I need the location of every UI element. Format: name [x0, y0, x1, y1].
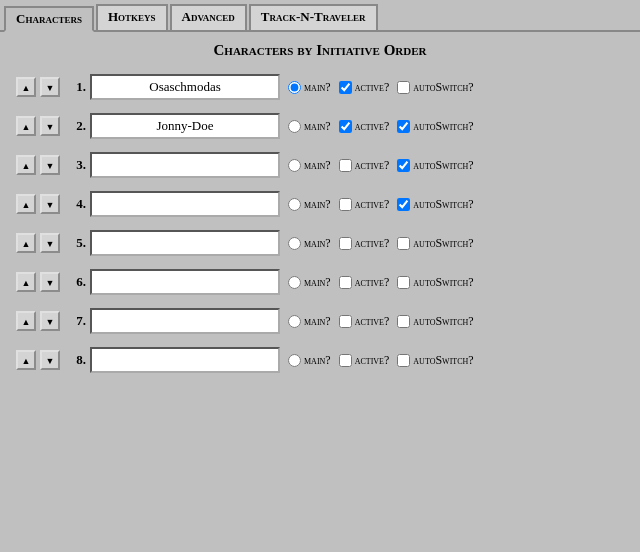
tab-hotkeys[interactable]: Hotkeys	[96, 4, 168, 30]
character-name-input[interactable]	[90, 308, 280, 334]
table-row: 1.main?active?autoSwitch?	[16, 69, 624, 105]
active-check-group: active?	[339, 275, 390, 290]
move-down-button[interactable]	[40, 233, 60, 253]
table-row: 7.main?active?autoSwitch?	[16, 303, 624, 339]
autoswitch-check-group: autoSwitch?	[397, 275, 473, 290]
active-label: active?	[355, 353, 390, 368]
autoswitch-checkbox[interactable]	[397, 81, 410, 94]
move-down-button[interactable]	[40, 155, 60, 175]
main-radio-group: main?	[288, 314, 331, 329]
autoswitch-label: autoSwitch?	[413, 353, 473, 368]
main-radio[interactable]	[288, 315, 301, 328]
table-row: 6.main?active?autoSwitch?	[16, 264, 624, 300]
active-check-group: active?	[339, 158, 390, 173]
main-radio[interactable]	[288, 120, 301, 133]
main-radio-group: main?	[288, 275, 331, 290]
down-arrow-icon	[46, 160, 55, 171]
autoswitch-checkbox[interactable]	[397, 276, 410, 289]
active-checkbox[interactable]	[339, 198, 352, 211]
main-radio[interactable]	[288, 81, 301, 94]
active-checkbox[interactable]	[339, 237, 352, 250]
up-arrow-icon	[22, 277, 31, 288]
autoswitch-checkbox[interactable]	[397, 159, 410, 172]
main-radio[interactable]	[288, 198, 301, 211]
active-label: active?	[355, 158, 390, 173]
move-up-button[interactable]	[16, 116, 36, 136]
row-number: 7.	[64, 313, 86, 329]
move-down-button[interactable]	[40, 194, 60, 214]
tab-characters[interactable]: Characters	[4, 6, 94, 32]
active-checkbox[interactable]	[339, 81, 352, 94]
active-checkbox[interactable]	[339, 315, 352, 328]
move-up-button[interactable]	[16, 194, 36, 214]
autoswitch-checkbox[interactable]	[397, 237, 410, 250]
character-list: 1.main?active?autoSwitch?2.main?active?a…	[16, 69, 624, 378]
row-number: 2.	[64, 118, 86, 134]
tab-bar: CharactersHotkeysAdvancedTrack-n-Travele…	[0, 0, 640, 32]
main-radio[interactable]	[288, 159, 301, 172]
active-checkbox[interactable]	[339, 354, 352, 367]
autoswitch-checkbox[interactable]	[397, 315, 410, 328]
main-radio-group: main?	[288, 119, 331, 134]
main-radio[interactable]	[288, 354, 301, 367]
main-radio-group: main?	[288, 353, 331, 368]
up-arrow-icon	[22, 355, 31, 366]
move-up-button[interactable]	[16, 311, 36, 331]
active-checkbox[interactable]	[339, 276, 352, 289]
character-name-input[interactable]	[90, 230, 280, 256]
active-check-group: active?	[339, 353, 390, 368]
down-arrow-icon	[46, 82, 55, 93]
active-checkbox[interactable]	[339, 159, 352, 172]
tab-track-n-traveler[interactable]: Track-n-Traveler	[249, 4, 378, 30]
character-options: main?active?autoSwitch?	[288, 197, 480, 212]
row-number: 3.	[64, 157, 86, 173]
table-row: 2.main?active?autoSwitch?	[16, 108, 624, 144]
down-arrow-icon	[46, 238, 55, 249]
move-down-button[interactable]	[40, 350, 60, 370]
move-down-button[interactable]	[40, 77, 60, 97]
character-options: main?active?autoSwitch?	[288, 236, 480, 251]
up-arrow-icon	[22, 121, 31, 132]
autoswitch-checkbox[interactable]	[397, 354, 410, 367]
move-up-button[interactable]	[16, 350, 36, 370]
move-down-button[interactable]	[40, 272, 60, 292]
move-up-button[interactable]	[16, 155, 36, 175]
row-number: 5.	[64, 235, 86, 251]
autoswitch-label: autoSwitch?	[413, 158, 473, 173]
main-radio[interactable]	[288, 276, 301, 289]
down-arrow-icon	[46, 199, 55, 210]
active-label: active?	[355, 197, 390, 212]
active-checkbox[interactable]	[339, 120, 352, 133]
row-number: 1.	[64, 79, 86, 95]
character-name-input[interactable]	[90, 74, 280, 100]
autoswitch-checkbox[interactable]	[397, 120, 410, 133]
character-name-input[interactable]	[90, 113, 280, 139]
autoswitch-checkbox[interactable]	[397, 198, 410, 211]
move-up-button[interactable]	[16, 233, 36, 253]
active-label: active?	[355, 236, 390, 251]
down-arrow-icon	[46, 355, 55, 366]
move-down-button[interactable]	[40, 311, 60, 331]
down-arrow-icon	[46, 277, 55, 288]
character-options: main?active?autoSwitch?	[288, 275, 480, 290]
main-label: main?	[304, 197, 331, 212]
main-radio-group: main?	[288, 158, 331, 173]
active-label: active?	[355, 275, 390, 290]
up-arrow-icon	[22, 82, 31, 93]
move-up-button[interactable]	[16, 272, 36, 292]
table-row: 3.main?active?autoSwitch?	[16, 147, 624, 183]
move-up-button[interactable]	[16, 77, 36, 97]
main-label: main?	[304, 353, 331, 368]
move-down-button[interactable]	[40, 116, 60, 136]
character-name-input[interactable]	[90, 269, 280, 295]
table-row: 8.main?active?autoSwitch?	[16, 342, 624, 378]
character-options: main?active?autoSwitch?	[288, 80, 480, 95]
main-radio[interactable]	[288, 237, 301, 250]
active-label: active?	[355, 119, 390, 134]
character-name-input[interactable]	[90, 347, 280, 373]
character-name-input[interactable]	[90, 191, 280, 217]
main-label: main?	[304, 158, 331, 173]
character-name-input[interactable]	[90, 152, 280, 178]
tab-advanced[interactable]: Advanced	[170, 4, 247, 30]
autoswitch-check-group: autoSwitch?	[397, 314, 473, 329]
